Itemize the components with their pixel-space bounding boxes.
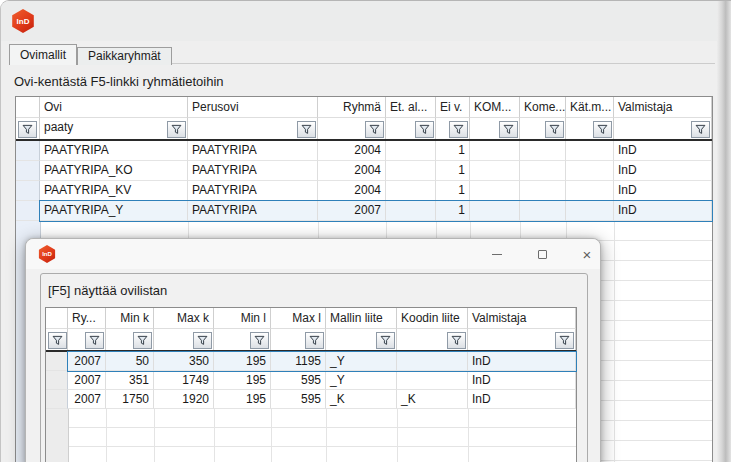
cell [397,371,468,390]
cell [566,161,614,181]
cell: 2004 [318,181,386,201]
filter-cell-valmistaja[interactable] [614,118,712,139]
filter-cell-valmistaja[interactable] [468,329,576,350]
cell: 1750 [106,390,154,409]
minimize-button[interactable] [482,243,512,265]
row-selector-cell[interactable] [46,371,68,390]
grid-header-row: Ovi Perusovi Ryhmä Et. al... Ei v. KOM..… [16,97,712,118]
column-header-min-k[interactable]: Min k [106,308,154,329]
tab-paikkaryhmat[interactable]: Paikkaryhmät [77,47,172,65]
filter-cell-perusovi[interactable] [188,118,318,139]
filter-button[interactable] [85,332,104,349]
cell: 2007 [68,371,106,390]
column-header-et-al[interactable]: Et. al... [386,97,436,118]
row-selector-cell[interactable] [46,390,68,409]
column-header-min-l[interactable]: Min l [214,308,271,329]
filter-cell-ei-v[interactable] [436,118,470,139]
ind-logo-label: InD [17,17,30,26]
filter-button[interactable] [193,332,212,349]
filter-button[interactable] [691,121,710,138]
filter-cell-mallin-liite[interactable] [326,329,397,350]
column-header-mallin-liite[interactable]: Mallin liite [326,308,397,329]
cell: InD [614,201,712,221]
filter-cell-et-al[interactable] [386,118,436,139]
row-selector-header[interactable] [16,97,40,118]
filter-button[interactable] [250,332,269,349]
table-row-selected[interactable]: 2007 50 350 195 1195 _Y InD [46,352,576,371]
column-header-kat-m[interactable]: Kät.m... [566,97,614,118]
table-row-selected[interactable]: PAATYRIPA_Y PAATYRIPA 2007 1 InD [16,201,712,221]
column-header-ovi[interactable]: Ovi [40,97,188,118]
filter-cell-koodin-liite[interactable] [397,329,468,350]
cell [520,201,566,221]
filter-cell-ryhma[interactable] [318,118,386,139]
cell: 1 [436,181,470,201]
table-row[interactable]: 2007 351 1749 195 595 _Y InD [46,371,576,390]
cell: PAATYRIPA [188,181,318,201]
filter-cell-ovi[interactable]: paaty [40,118,188,139]
filter-button[interactable] [167,121,186,138]
row-selector-cell[interactable] [46,352,68,371]
filter-funnel-icon [559,335,570,346]
filter-button[interactable] [376,332,395,349]
column-header-kome[interactable]: Kome... [520,97,566,118]
cell: 1 [436,141,470,161]
ovi-filter-value[interactable]: paaty [44,120,73,134]
cell [566,141,614,161]
filter-cell-kome[interactable] [520,118,566,139]
column-header-ry[interactable]: Ry... [68,308,106,329]
filter-button[interactable] [18,121,37,138]
row-selector-cell[interactable] [16,201,40,221]
close-button[interactable]: × [572,243,602,265]
filter-cell-max-l[interactable] [271,329,326,350]
filter-button[interactable] [449,121,468,138]
filter-button[interactable] [365,121,384,138]
cell: 351 [106,371,154,390]
filter-cell-min-k[interactable] [106,329,154,350]
filter-button[interactable] [297,121,316,138]
filter-cell-selector[interactable] [16,118,40,139]
column-header-max-k[interactable]: Max k [154,308,214,329]
filter-cell-min-l[interactable] [214,329,271,350]
table-row[interactable]: 2007 1750 1920 195 595 _K _K InD [46,390,576,409]
column-header-ei-v[interactable]: Ei v. [436,97,470,118]
column-header-max-l[interactable]: Max l [271,308,326,329]
section-label: Ovi-kentästä F5-linkki ryhmätietoihin [14,74,224,89]
table-row[interactable]: PAATYRIPA PAATYRIPA 2004 1 InD [16,141,712,161]
row-selector-cell[interactable] [16,141,40,161]
filter-cell-max-k[interactable] [154,329,214,350]
filter-button[interactable] [545,121,564,138]
maximize-button[interactable] [527,243,557,265]
row-selector-cell[interactable] [16,161,40,181]
filter-button[interactable] [447,332,466,349]
tab-ovimallit[interactable]: Ovimallit [9,44,77,65]
row-selector-header[interactable] [46,308,68,329]
filter-cell-selector[interactable] [46,329,68,350]
table-row[interactable]: PAATYRIPA_KO PAATYRIPA 2004 1 InD [16,161,712,181]
filter-cell-kom[interactable] [470,118,520,139]
column-header-koodin-liite[interactable]: Koodin liite [397,308,468,329]
table-row[interactable]: PAATYRIPA_KV PAATYRIPA 2004 1 InD [16,181,712,201]
cell [470,141,520,161]
column-header-valmistaja[interactable]: Valmistaja [468,308,576,329]
column-header-ryhma[interactable]: Ryhmä [318,97,386,118]
filter-cell-kat-m[interactable] [566,118,614,139]
filter-button[interactable] [305,332,324,349]
column-gridline [468,409,469,462]
column-header-perusovi[interactable]: Perusovi [188,97,318,118]
dialog-titlebar[interactable]: InD × [26,239,600,269]
door-list-grid: Ry... Min k Max k Min l Max l Mallin lii… [45,307,577,462]
column-header-kom[interactable]: KOM... [470,97,520,118]
main-titlebar[interactable]: InD [1,1,731,41]
filter-button[interactable] [593,121,612,138]
row-selector-cell[interactable] [16,181,40,201]
column-header-valmistaja[interactable]: Valmistaja [614,97,712,118]
filter-button[interactable] [499,121,518,138]
filter-button[interactable] [48,332,67,349]
window-edge-scrollbar[interactable] [717,1,731,462]
filter-button[interactable] [555,332,574,349]
filter-button[interactable] [415,121,434,138]
cell: InD [468,352,576,371]
filter-button[interactable] [133,332,152,349]
filter-cell-ry[interactable] [68,329,106,350]
